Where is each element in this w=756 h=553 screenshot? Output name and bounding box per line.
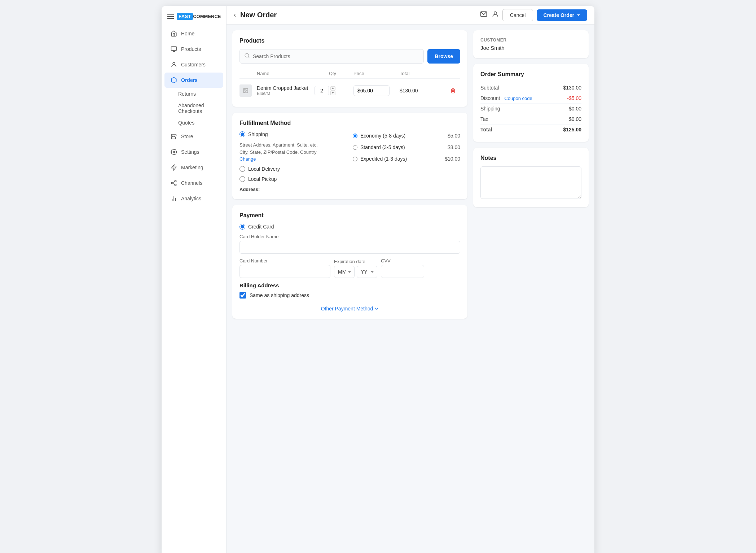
topbar-icons — [480, 10, 499, 19]
table-row: Denim Cropped Jacket Blue/M ▲ ▼ — [239, 82, 460, 100]
shipping-option-economy: Economy (5-8 days) $5.00 — [353, 131, 460, 140]
delete-product-button[interactable] — [446, 88, 460, 93]
topbar-right: Cancel Create Order — [480, 9, 587, 21]
sidebar-label-settings: Settings — [181, 149, 199, 155]
fulfillment-grid: Shipping Street Address, Apartment, Suit… — [239, 131, 460, 192]
summary-row-total: Total $125.00 — [480, 125, 581, 135]
sidebar-item-quotes[interactable]: Quotes — [178, 117, 226, 129]
svg-line-9 — [173, 183, 175, 184]
notes-title: Notes — [480, 155, 581, 161]
cancel-button[interactable]: Cancel — [502, 9, 533, 21]
shipping-address: Street Address, Apartment, Suite, etc. C… — [239, 141, 347, 162]
same-as-shipping-checkbox[interactable] — [239, 292, 246, 299]
sidebar-item-returns[interactable]: Returns — [178, 88, 226, 100]
customer-name: Joe Smith — [480, 45, 581, 51]
sidebar-item-customers[interactable]: Customers — [164, 57, 223, 72]
sidebar-item-products[interactable]: Products — [164, 42, 223, 57]
subtotal-value: $130.00 — [563, 85, 581, 91]
economy-radio[interactable] — [353, 134, 357, 138]
fulfillment-right: Economy (5-8 days) $5.00 Standard (3-5 d… — [353, 131, 460, 192]
search-icon — [244, 53, 250, 60]
local-delivery-radio[interactable] — [239, 166, 245, 172]
local-pickup-radio[interactable] — [239, 176, 245, 182]
sidebar-item-orders[interactable]: Orders — [164, 73, 223, 88]
sidebar-label-orders: Orders — [181, 77, 198, 83]
cvv-label: CVV — [381, 258, 424, 264]
expedited-radio[interactable] — [353, 157, 357, 161]
economy-label: Economy (5-8 days) — [360, 133, 405, 139]
analytics-icon — [170, 195, 177, 202]
svg-point-7 — [171, 182, 173, 184]
svg-point-15 — [494, 12, 496, 14]
sidebar-item-marketing[interactable]: Marketing — [164, 160, 223, 175]
radio-local-pickup[interactable]: Local Pickup — [239, 176, 347, 182]
browse-button[interactable]: Browse — [427, 49, 460, 64]
notes-textarea[interactable] — [480, 166, 581, 199]
create-order-button[interactable]: Create Order — [537, 9, 587, 21]
product-total: $130.00 — [400, 88, 443, 93]
sidebar-item-abandoned-checkouts[interactable]: Abandoned Checkouts — [178, 100, 226, 117]
main-content: ‹ New Order Cancel Create Order — [227, 6, 594, 553]
radio-credit-card[interactable]: Credit Card — [239, 224, 460, 230]
svg-point-16 — [245, 53, 249, 57]
expiry-label: Expiration date — [334, 259, 377, 264]
address-line2: City, State, ZIP/Postal Code, Country — [239, 149, 347, 156]
quantity-input[interactable] — [315, 86, 329, 95]
product-thumbnail — [239, 84, 252, 97]
products-table: Name Qty Price Total Denim Cropped Jack — [239, 69, 460, 100]
price-input[interactable] — [353, 85, 390, 96]
menu-icon[interactable] — [167, 14, 174, 19]
fulfillment-section-title: Fulfillment Method — [239, 120, 460, 126]
sidebar-item-store[interactable]: Store — [164, 129, 223, 144]
qty-down-button[interactable]: ▼ — [330, 91, 335, 95]
shipping-label-summary: Shipping — [480, 106, 500, 112]
discount-value: -$5.00 — [567, 95, 581, 101]
svg-rect-0 — [171, 47, 177, 51]
user-icon[interactable] — [492, 10, 499, 19]
sidebar-item-analytics[interactable]: Analytics — [164, 191, 223, 206]
expiry-year-select[interactable]: YYYY — [357, 266, 377, 278]
svg-point-8 — [175, 184, 176, 186]
subtotal-label: Subtotal — [480, 85, 499, 91]
card-number-input[interactable] — [239, 265, 330, 278]
other-payment-button[interactable]: Other Payment Method — [321, 306, 379, 312]
back-button[interactable]: ‹ — [234, 11, 236, 19]
shipping-radio[interactable] — [239, 131, 245, 137]
same-as-shipping-label: Same as shipping address — [250, 292, 309, 298]
local-pickup-label: Local Pickup — [248, 176, 277, 182]
change-address-link[interactable]: Change — [239, 156, 256, 162]
radio-local-delivery[interactable]: Local Delivery — [239, 166, 347, 172]
svg-point-19 — [245, 90, 246, 91]
sidebar-item-home[interactable]: Home — [164, 26, 223, 41]
radio-shipping[interactable]: Shipping — [239, 131, 347, 137]
qty-control: ▲ ▼ — [315, 86, 351, 95]
payment-card: Payment Credit Card Card Holder Name — [232, 205, 467, 319]
shipping-option-standard: Standard (3-5 days) $8.00 — [353, 143, 460, 152]
sidebar: FASTCOMMERCE Home Products — [162, 6, 227, 553]
sidebar-label-products: Products — [181, 46, 201, 52]
qty-up-button[interactable]: ▲ — [330, 86, 335, 91]
search-products-input[interactable] — [253, 53, 419, 59]
shipping-option-left-standard: Standard (3-5 days) — [353, 144, 405, 150]
shipping-option-expedited: Expedited (1-3 days) $10.00 — [353, 154, 460, 163]
expedited-label: Expedited (1-3 days) — [360, 156, 407, 162]
cvv-input[interactable] — [381, 265, 424, 278]
col-name: Name — [257, 71, 312, 76]
standard-radio[interactable] — [353, 145, 357, 150]
sidebar-item-settings[interactable]: Settings — [164, 144, 223, 160]
sidebar-item-channels[interactable]: Channels — [164, 175, 223, 191]
card-holder-input[interactable] — [239, 241, 460, 254]
mail-icon[interactable] — [480, 10, 487, 19]
products-card: Products Browse Name — [232, 30, 467, 107]
customer-card: Customer Joe Smith — [473, 30, 589, 58]
fulfillment-card: Fulfillment Method Shipping Street Addre… — [232, 113, 467, 199]
logo-fast: FAST — [177, 13, 193, 20]
economy-price: $5.00 — [448, 133, 460, 139]
credit-card-radio[interactable] — [239, 224, 245, 230]
expiry-month-select[interactable]: MM — [334, 266, 355, 278]
payment-section-title: Payment — [239, 212, 460, 219]
products-icon — [170, 45, 177, 53]
svg-point-6 — [175, 180, 176, 182]
address-line1: Street Address, Apartment, Suite, etc. — [239, 141, 347, 149]
coupon-code-link[interactable]: Coupon code — [504, 96, 532, 101]
